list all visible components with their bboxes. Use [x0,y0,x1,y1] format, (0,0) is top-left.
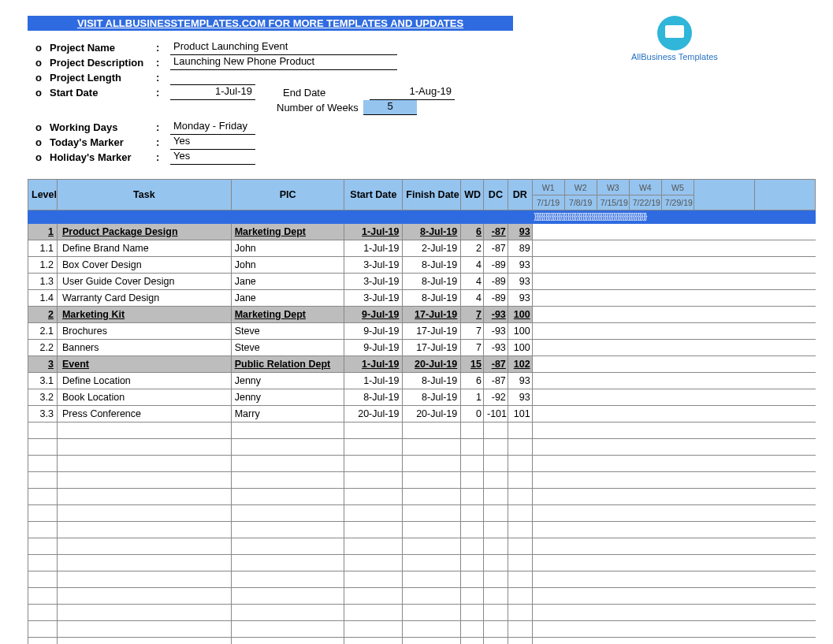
table-row[interactable]: 3EventPublic Relation Dept1-Jul-1920-Jul… [28,356,816,373]
cell-task[interactable]: Event [57,356,231,373]
cell-task[interactable]: Define Brand Name [57,240,231,257]
table-row[interactable] [28,638,816,645]
cell-start-date[interactable]: 9-Jul-19 [344,307,403,323]
week-header[interactable]: W1 [532,180,564,195]
week-header[interactable]: W4 [629,180,661,195]
cell-pic[interactable]: John [231,240,344,257]
cell-pic[interactable]: Public Relation Dept [231,356,344,373]
end-date-value[interactable]: 1-Aug-19 [370,85,455,100]
start-date-value[interactable]: 1-Jul-19 [170,85,255,100]
col-level[interactable]: Level [28,180,58,210]
cell-task[interactable]: Marketing Kit [57,307,231,323]
col-wd[interactable]: WD [461,180,484,210]
table-row[interactable]: 3.2Book LocationJenny8-Jul-198-Jul-191-9… [28,389,816,406]
cell-pic[interactable]: Marry [231,406,344,423]
cell-finish-date[interactable]: 8-Jul-19 [403,290,461,307]
cell-task[interactable]: Warranty Card Design [57,290,231,307]
table-row[interactable]: 1.3User Guide Cover DesignJane3-Jul-198-… [28,274,816,290]
project-desc-value[interactable]: Launching New Phone Product [170,55,397,70]
col-start_date[interactable]: Start Date [344,180,403,210]
cell-start-date[interactable]: 3-Jul-19 [344,257,403,274]
cell-finish-date[interactable]: 17-Jul-19 [403,323,461,340]
todays-marker-value[interactable]: Yes [170,135,255,150]
col-task[interactable]: Task [57,180,231,210]
cell-pic[interactable]: Marketing Dept [231,307,344,323]
table-row[interactable] [28,456,816,472]
cell-task[interactable]: Box Cover Design [57,257,231,274]
cell-start-date[interactable]: 3-Jul-19 [344,274,403,290]
cell-pic[interactable]: Steve [231,323,344,340]
cell-task[interactable]: Banners [57,340,231,356]
col-pic[interactable]: PIC [231,180,344,210]
cell-pic[interactable]: Jane [231,290,344,307]
table-row[interactable] [28,472,816,489]
num-weeks-value[interactable]: 5 [363,100,417,115]
table-row[interactable] [28,555,816,571]
table-row[interactable] [28,588,816,605]
cell-start-date[interactable]: 3-Jul-19 [344,290,403,307]
table-row[interactable]: 2Marketing KitMarketing Dept9-Jul-1917-J… [28,307,816,323]
cell-finish-date[interactable]: 8-Jul-19 [403,257,461,274]
holidays-marker-value[interactable]: Yes [170,150,255,165]
table-row[interactable]: 3.1Define LocationJenny1-Jul-198-Jul-196… [28,373,816,389]
cell-finish-date[interactable]: 17-Jul-19 [403,307,461,323]
cell-pic[interactable]: Jenny [231,373,344,389]
table-row[interactable] [28,489,816,505]
table-row[interactable]: 1.2Box Cover DesignJohn3-Jul-198-Jul-194… [28,257,816,274]
table-row[interactable] [28,621,816,638]
table-row[interactable] [28,538,816,555]
cell-pic[interactable]: Jane [231,274,344,290]
cell-pic[interactable]: Steve [231,340,344,356]
table-row[interactable] [28,423,816,439]
cell-pic[interactable]: John [231,257,344,274]
cell-finish-date[interactable]: 17-Jul-19 [403,340,461,356]
logo[interactable]: AllBusiness Templates [631,16,718,61]
week-header[interactable]: W3 [597,180,629,195]
cell-start-date[interactable]: 8-Jul-19 [344,389,403,406]
cell-finish-date[interactable]: 8-Jul-19 [403,389,461,406]
num-weeks-label: Number of Weeks [277,102,363,114]
cell-start-date[interactable]: 1-Jul-19 [344,240,403,257]
week-header[interactable]: W2 [564,180,597,195]
cell-task[interactable]: Define Location [57,373,231,389]
table-row[interactable] [28,439,816,456]
cell-start-date[interactable]: 1-Jul-19 [344,373,403,389]
table-row[interactable]: 2.1BrochuresSteve9-Jul-1917-Jul-197-9310… [28,323,816,340]
project-length-value[interactable] [170,70,255,85]
cell-pic[interactable]: Jenny [231,389,344,406]
cell-start-date[interactable]: 1-Jul-19 [344,224,403,240]
cell-start-date[interactable]: 20-Jul-19 [344,406,403,423]
cell-pic[interactable]: Marketing Dept [231,224,344,240]
table-row[interactable]: 1.1Define Brand NameJohn1-Jul-192-Jul-19… [28,240,816,257]
col-dc[interactable]: DC [484,180,508,210]
table-row[interactable] [28,505,816,522]
cell-finish-date[interactable]: 20-Jul-19 [403,356,461,373]
cell-task[interactable]: Product Package Design [57,224,231,240]
week-date: 7/29/19 [661,195,694,210]
banner-link[interactable]: VISIT ALLBUSINESSTEMPLATES.COM FOR MORE … [28,16,513,31]
project-name-value[interactable]: Product Launching Event [170,40,397,55]
cell-task[interactable]: User Guide Cover Design [57,274,231,290]
cell-start-date[interactable]: 9-Jul-19 [344,323,403,340]
cell-start-date[interactable]: 9-Jul-19 [344,340,403,356]
cell-finish-date[interactable]: 20-Jul-19 [403,406,461,423]
table-row[interactable]: 3.3Press ConferenceMarry20-Jul-1920-Jul-… [28,406,816,423]
working-days-value[interactable]: Monday - Friday [170,120,255,135]
table-row[interactable] [28,571,816,588]
cell-start-date[interactable]: 1-Jul-19 [344,356,403,373]
cell-finish-date[interactable]: 2-Jul-19 [403,240,461,257]
table-row[interactable] [28,522,816,538]
cell-task[interactable]: Book Location [57,389,231,406]
cell-task[interactable]: Press Conference [57,406,231,423]
table-row[interactable]: 1Product Package DesignMarketing Dept1-J… [28,224,816,240]
table-row[interactable]: 2.2BannersSteve9-Jul-1917-Jul-197-93100 [28,340,816,356]
week-header[interactable]: W5 [661,180,694,195]
col-dr[interactable]: DR [508,180,532,210]
cell-finish-date[interactable]: 8-Jul-19 [403,274,461,290]
cell-finish-date[interactable]: 8-Jul-19 [403,224,461,240]
col-finish_date[interactable]: Finish Date [403,180,461,210]
cell-finish-date[interactable]: 8-Jul-19 [403,373,461,389]
table-row[interactable]: 1.4Warranty Card DesignJane3-Jul-198-Jul… [28,290,816,307]
table-row[interactable] [28,605,816,621]
cell-task[interactable]: Brochures [57,323,231,340]
